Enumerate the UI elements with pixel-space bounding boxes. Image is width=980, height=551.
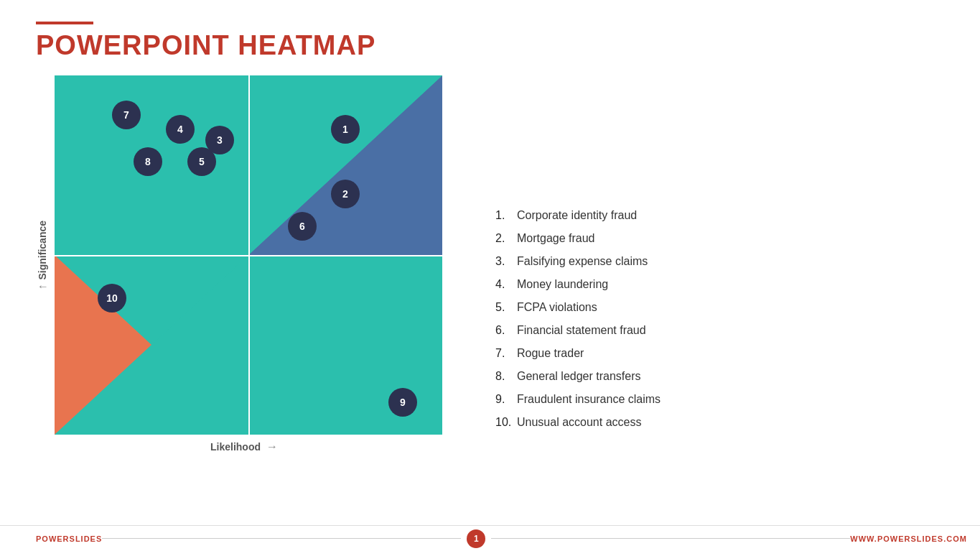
bl-triangle-svg: [55, 255, 248, 435]
title-plain: POWERPOINT: [36, 30, 238, 60]
legend-item-1: 1. Corporate identity fraud: [495, 209, 944, 222]
data-point-4: 4: [166, 115, 195, 144]
legend-item-7: 7. Rogue trader: [495, 347, 944, 360]
data-point-6: 6: [288, 212, 317, 241]
legend-item-3: 3. Falsifying expense claims: [495, 255, 944, 268]
legend-item-6: 6. Financial statement fraud: [495, 324, 944, 337]
legend-text-4: Money laundering: [517, 278, 608, 291]
legend-number-5: 5.: [495, 301, 517, 314]
header-accent-line: [36, 22, 93, 24]
quadrant-bottom-left: A multinational diversified bank. Hypoth…: [55, 255, 248, 435]
heatmap-grid: A multinational diversified bank. Hypoth…: [55, 75, 442, 435]
svg-marker-1: [55, 255, 248, 435]
legend-item-4: 4. Money laundering: [495, 278, 944, 291]
footer-url: WWW.POWERSLIDES.COM: [850, 534, 967, 543]
legend-number-1: 1.: [495, 209, 517, 222]
footer-page-number: 1: [474, 534, 479, 544]
chart-with-yaxis: ↑ Significance: [36, 75, 452, 435]
legend-number-3: 3.: [495, 255, 517, 268]
legend-number-8: 8.: [495, 370, 517, 383]
legend-text-1: Corporate identity fraud: [517, 209, 637, 222]
legend-text-6: Financial statement fraud: [517, 324, 646, 337]
title-accent: HEATMAP: [238, 30, 375, 60]
x-axis-area: Likelihood →: [210, 440, 278, 453]
legend-item-8: 8. General ledger transfers: [495, 370, 944, 383]
legend-item-9: 9. Fraudulent insurance claims: [495, 393, 944, 406]
grid-line-vertical: [248, 75, 250, 435]
y-axis-arrow-icon: ↑: [36, 284, 49, 290]
legend-area: 1. Corporate identity fraud 2. Mortgage …: [481, 75, 944, 551]
footer-page-badge: 1: [467, 529, 485, 548]
main-content: ↑ Significance: [36, 75, 944, 551]
tr-triangle-svg: [248, 75, 442, 255]
page-title: POWERPOINT HEATMAP: [36, 30, 944, 61]
legend-text-8: General ledger transfers: [517, 370, 641, 383]
legend-item-5: 5. FCPA violations: [495, 301, 944, 314]
legend-number-4: 4.: [495, 278, 517, 291]
legend-item-2: 2. Mortgage fraud: [495, 232, 944, 245]
footer-brand-accent: SLIDES: [70, 534, 103, 543]
legend-text-7: Rogue trader: [517, 347, 584, 360]
y-axis-label: ↑ Significance: [36, 221, 49, 290]
quadrant-top-right: [248, 75, 442, 255]
chart-area: ↑ Significance: [36, 75, 452, 551]
legend-text-9: Fraudulent insurance claims: [517, 393, 661, 406]
legend-text-3: Falsifying expense claims: [517, 255, 648, 268]
legend-item-10: 10. Unusual account access: [495, 416, 944, 429]
footer-brand-plain: POWER: [36, 534, 70, 543]
data-point-9: 9: [388, 388, 417, 417]
legend-number-6: 6.: [495, 324, 517, 337]
legend-text-10: Unusual account access: [517, 416, 641, 429]
header: POWERPOINT HEATMAP: [36, 22, 944, 61]
svg-marker-0: [248, 75, 442, 255]
data-point-1: 1: [331, 115, 360, 144]
footer-brand: POWERSLIDES: [36, 534, 102, 543]
footer-line-left: [102, 538, 461, 539]
legend-text-2: Mortgage fraud: [517, 232, 595, 245]
data-point-10: 10: [98, 284, 126, 312]
x-axis-arrow-icon: →: [266, 440, 278, 453]
footer-center: 1: [102, 529, 850, 548]
data-point-2: 2: [331, 180, 360, 208]
data-point-8: 8: [134, 147, 162, 176]
legend-text-5: FCPA violations: [517, 301, 597, 314]
data-point-5: 5: [187, 147, 216, 176]
legend-number-10: 10.: [495, 416, 517, 429]
legend-number-2: 2.: [495, 232, 517, 245]
footer-line-right: [491, 538, 850, 539]
data-point-7: 7: [112, 101, 141, 129]
page-container: POWERPOINT HEATMAP ↑ Significance: [0, 0, 980, 551]
legend-number-7: 7.: [495, 347, 517, 360]
legend-number-9: 9.: [495, 393, 517, 406]
y-axis-text: Significance: [37, 221, 48, 279]
x-axis-text: Likelihood: [210, 441, 261, 453]
footer: POWERSLIDES 1 WWW.POWERSLIDES.COM: [0, 525, 980, 551]
